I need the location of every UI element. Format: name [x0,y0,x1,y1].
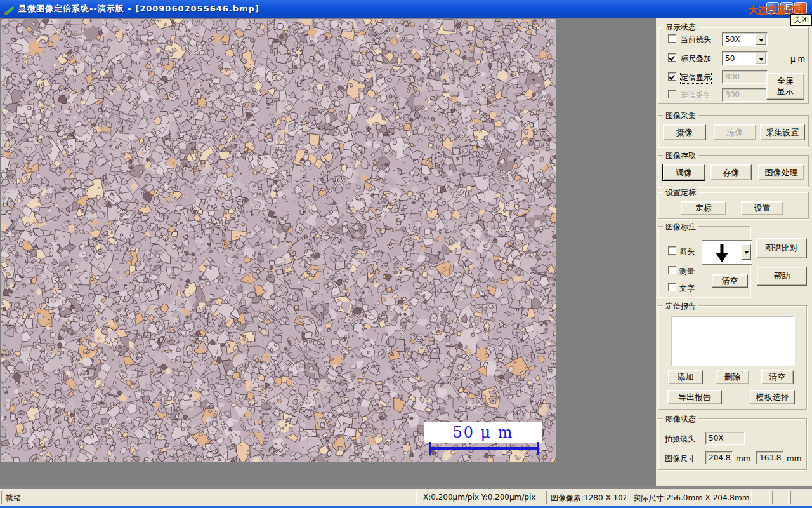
help-button[interactable]: 帮助 [757,267,807,286]
status-pixel-scale: X:0.200μm/pix Y:0.200μm/pix [419,491,544,504]
status-spacer-1 [754,491,770,504]
image-height-field: 163.8 [756,451,783,464]
status-spacer-3 [790,491,808,504]
fullscreen-button-line1: 全屏 [777,76,794,86]
group-title: 显示状态 [663,22,698,33]
scale-overlay-label: 标尺叠加 [681,53,711,64]
chevron-down-icon[interactable] [756,34,766,45]
status-actual-size: 实际尺寸:256.0mm X 204.8mm [629,491,752,504]
export-report-button[interactable]: 导出报告 [667,390,722,404]
fixed-capture-checkbox [668,90,676,98]
fixed-capture-label: 定倍采集 [681,90,711,101]
fixed-display-checkbox[interactable] [668,72,676,81]
load-image-button[interactable]: 调像 [663,164,705,180]
scale-overlay-combo[interactable]: 50 [722,51,768,65]
arrow-style-combo[interactable] [702,240,752,265]
freeze-button: 冻像 [714,124,756,140]
fullscreen-button[interactable]: 全屏 显示 [766,73,804,100]
image-width-unit: mm [736,454,750,463]
status-ready: 就绪 [1,491,417,504]
measure-label: 测量 [679,266,695,277]
arrow-checkbox[interactable] [668,246,676,255]
fullscreen-button-line2: 显示 [777,86,794,97]
close-icon: ✕ [795,3,806,13]
status-image-pixels: 图像像素:1280 X 1024 [546,491,627,504]
capture-settings-button[interactable]: 采集设置 [760,124,805,140]
image-size-label: 图像尺寸 [665,453,695,464]
image-width-field: 204.8 [705,451,733,464]
fixed-display-input: 800 [722,70,768,84]
report-clear-button[interactable]: 清空 [761,370,794,384]
save-image-button[interactable]: 存像 [710,164,752,180]
scalebar-label: 50 μ m [452,424,513,441]
micrograph-canvas [1,19,556,462]
group-title: 定倍报告 [663,301,698,312]
group-title: 图像标注 [663,222,698,232]
close-button[interactable]: ✕ [794,2,807,14]
group-title: 图像存取 [663,150,698,161]
current-lens-combo[interactable]: 50X [722,32,768,46]
arrow-label: 箭头 [679,246,695,257]
title-bar: 显微图像定倍系统--演示版 - [20090602055646.bmp] ✕ [0,0,812,18]
current-lens-label: 当前镜头 [681,34,711,45]
settings-button[interactable]: 设置 [741,201,783,215]
group-title: 图像状态 [663,414,698,425]
current-lens-checkbox[interactable] [668,34,676,43]
annotation-clear-button[interactable]: 清空 [712,274,748,288]
restore-button[interactable] [780,2,793,14]
measure-checkbox[interactable] [668,266,676,274]
capture-lens-label: 拍摄镜头 [665,434,695,444]
restore-icon [784,6,789,10]
capture-lens-field: 50X [705,432,745,444]
image-height-unit: mm [787,454,801,463]
app-icon [3,3,15,15]
group-title: 图像采集 [663,110,698,121]
report-add-button[interactable]: 添加 [668,370,703,384]
minimize-button[interactable] [766,2,779,14]
scale-unit-label: μ m [790,55,805,64]
control-panel: 显示状态 当前镜头 50X 标尺叠加 50 μ m 定倍显示 800 定倍采集 … [656,18,812,486]
scalebar-line [429,442,539,455]
text-label: 文字 [679,283,695,294]
window-title: 显微图像定倍系统--演示版 - [20090602055646.bmp] [18,3,259,15]
current-lens-value: 50X [725,35,740,44]
chevron-down-icon[interactable] [742,244,751,260]
report-listbox[interactable] [671,316,795,366]
chevron-down-icon[interactable] [756,53,766,64]
calibrate-button[interactable]: 定标 [681,201,726,215]
scale-overlay-checkbox[interactable] [668,53,676,62]
app-window: 显微图像定倍系统--演示版 - [20090602055646.bmp] ✕ 大… [0,0,812,508]
template-select-button[interactable]: 模板选择 [750,390,795,404]
arrow-style-preview [703,241,741,264]
status-bar: 就绪 X:0.200μm/pix Y:0.200μm/pix 图像像素:1280… [0,486,812,506]
down-arrow-icon [703,241,741,264]
scale-overlay-value: 50 [725,54,735,63]
text-checkbox[interactable] [668,283,676,291]
report-delete-button[interactable]: 删除 [716,370,749,384]
fixed-display-label: 定倍显示 [681,72,711,83]
close-tooltip: 关闭 [790,14,812,26]
scalebar-box: 50 μ m [424,422,542,443]
fixed-capture-input: 300 [722,88,768,102]
minimize-icon [769,10,775,11]
status-spacer-2 [772,491,789,504]
capture-button[interactable]: 摄像 [663,124,706,140]
atlas-compare-button[interactable]: 图谱比对 [756,238,807,258]
group-title: 设置定标 [663,187,698,198]
image-processing-button[interactable]: 图像处理 [758,164,804,180]
micrograph-image[interactable]: 50 μ m [1,19,556,462]
